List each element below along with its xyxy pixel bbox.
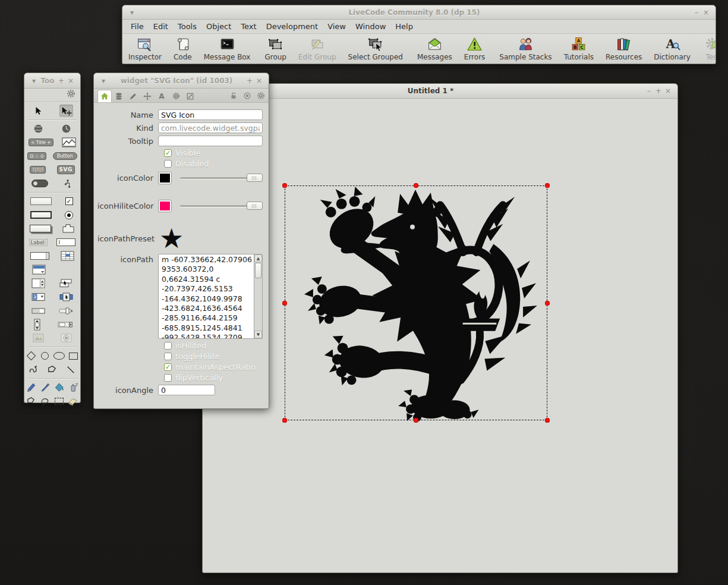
- stack-window-titlebar[interactable]: ▾ Untitled 1 * – + ×: [203, 84, 677, 99]
- graph-widget[interactable]: [61, 136, 77, 149]
- add-icon[interactable]: +: [245, 74, 254, 87]
- collapse-icon[interactable]: ▾: [29, 74, 39, 87]
- progress-bar-tool[interactable]: [30, 304, 46, 317]
- isHilited-checkbox[interactable]: [164, 342, 172, 350]
- selection-handle-n[interactable]: [414, 183, 418, 188]
- switch-button-widget[interactable]: [30, 177, 49, 190]
- stepper-tool[interactable]: [30, 277, 46, 290]
- close-icon[interactable]: ×: [66, 74, 75, 87]
- contents-tab[interactable]: [112, 90, 126, 102]
- window-menu-icon[interactable]: ▾: [127, 6, 137, 19]
- behavior-tab[interactable]: [169, 90, 183, 102]
- Visible-checkbox[interactable]: ✓: [164, 149, 172, 157]
- image-tool[interactable]: [31, 332, 45, 344]
- tree-view-widget[interactable]: [61, 177, 74, 190]
- icon-hilite-color-swatch[interactable]: [158, 200, 172, 212]
- main-window-titlebar[interactable]: ▾ LiveCode Community 8.0 (dp 15) – ×: [122, 5, 716, 20]
- tutorials-button[interactable]: ABCTutorials: [558, 34, 600, 64]
- line-tool[interactable]: [64, 363, 77, 376]
- checkbox-tool[interactable]: ✓: [62, 195, 75, 207]
- tools-palette-titlebar[interactable]: ▾ Too + ×: [24, 73, 80, 89]
- message-box-button[interactable]: Message Box: [198, 34, 257, 64]
- menu-help[interactable]: Help: [390, 21, 418, 32]
- name-field[interactable]: [158, 109, 263, 120]
- icon-color-swatch[interactable]: [158, 172, 172, 184]
- messages-button[interactable]: Messages: [411, 34, 458, 64]
- polygon-select-tool[interactable]: [25, 395, 38, 407]
- scroll-up-icon[interactable]: ▲: [254, 254, 262, 262]
- default-button-tool[interactable]: [29, 209, 53, 221]
- menu-development[interactable]: Development: [261, 21, 323, 32]
- curve-tool[interactable]: [27, 363, 40, 376]
- selection-handle-ne[interactable]: [545, 183, 550, 188]
- vertical-scrollbar-tool[interactable]: [31, 318, 44, 331]
- slider-handle[interactable]: [247, 174, 263, 182]
- toggleHilite-checkbox[interactable]: [164, 353, 172, 360]
- radio-button-tool[interactable]: [62, 209, 75, 221]
- icon-hilite-color-slider[interactable]: [179, 202, 263, 210]
- lasso-tool[interactable]: [39, 395, 52, 407]
- flipVertically-checkbox[interactable]: [164, 374, 172, 382]
- menu-file[interactable]: File: [126, 21, 149, 32]
- browser-widget[interactable]: [32, 122, 45, 135]
- dictionary-button[interactable]: ADictionary: [648, 34, 697, 64]
- menu-tools[interactable]: Tools: [173, 21, 201, 32]
- selection-handle-e[interactable]: [545, 301, 550, 306]
- polygon-tool[interactable]: [46, 363, 59, 376]
- selection-handle-s[interactable]: [414, 418, 418, 423]
- icon-angle-field[interactable]: [158, 385, 215, 395]
- tooltip-field[interactable]: [158, 136, 263, 146]
- slider-tool[interactable]: [58, 304, 74, 317]
- segmented-control-widget[interactable]: Ξ|Ξ|Ξ: [29, 163, 47, 176]
- selection-handle-nw[interactable]: [282, 183, 287, 188]
- style-tab[interactable]: [126, 90, 140, 102]
- combo-box-tool[interactable]: a: [30, 291, 46, 303]
- close-icon[interactable]: ×: [663, 84, 673, 98]
- gear-icon[interactable]: [257, 92, 265, 100]
- slider-handle[interactable]: [247, 202, 263, 210]
- pulldown-menu-tool[interactable]: [58, 277, 74, 290]
- menu-view[interactable]: View: [323, 21, 351, 32]
- brush-tool[interactable]: [39, 381, 52, 394]
- scrolling-field-tool[interactable]: [29, 250, 51, 262]
- icon-color-slider[interactable]: [179, 174, 263, 183]
- home-tab[interactable]: [97, 90, 112, 102]
- clock-widget[interactable]: [60, 122, 73, 135]
- maintainAspectRatio-checkbox[interactable]: ✓: [164, 363, 172, 371]
- menu-object[interactable]: Object: [201, 21, 236, 32]
- inspector-titlebar[interactable]: ▾ widget "SVG Icon" (id 1003) + ×: [94, 73, 269, 89]
- rounded-rect-tool[interactable]: [52, 350, 66, 362]
- selection-handle-w[interactable]: [282, 301, 287, 306]
- menu-window[interactable]: Window: [351, 21, 390, 32]
- close-icon[interactable]: ×: [254, 74, 264, 87]
- svg-icon-widget[interactable]: SVG: [56, 163, 76, 176]
- run-pointer[interactable]: [31, 105, 45, 117]
- option-menu-tool[interactable]: [31, 263, 47, 276]
- size-tab[interactable]: [183, 90, 197, 102]
- sample-stacks-button[interactable]: Sample Stacks: [493, 34, 557, 64]
- lock-icon[interactable]: [229, 92, 238, 100]
- shadow-button-tool[interactable]: [29, 222, 52, 235]
- push-button-tool[interactable]: [29, 195, 53, 207]
- edit-pointer[interactable]: [59, 105, 73, 117]
- button-tool[interactable]: Button: [52, 150, 78, 162]
- menu-text[interactable]: Text: [236, 21, 261, 32]
- star-preset-icon[interactable]: ★: [159, 225, 184, 251]
- minimize-icon[interactable]: –: [644, 84, 654, 98]
- label-tool[interactable]: Label:: [28, 236, 49, 249]
- pencil-tool[interactable]: [25, 381, 38, 394]
- bucket-fill-tool[interactable]: [53, 381, 66, 394]
- code-button[interactable]: Code: [168, 34, 198, 64]
- maximize-icon[interactable]: +: [654, 84, 663, 98]
- navigation-bar-widget[interactable]: Ω ☆ ⊙: [26, 150, 48, 162]
- table-field-tool[interactable]: [59, 250, 75, 262]
- eraser-tool[interactable]: [66, 395, 80, 407]
- rect-select-tool[interactable]: [52, 395, 65, 407]
- close-icon[interactable]: ×: [701, 6, 711, 19]
- scrollbar-thumb[interactable]: [255, 263, 261, 278]
- oval-tool[interactable]: [39, 350, 52, 362]
- svg-icon-widget-lion[interactable]: [285, 186, 547, 420]
- gear-icon[interactable]: [67, 89, 75, 100]
- icon-path-textarea[interactable]: m -607.33662,42.07906 9353.60372,0 0,662…: [159, 254, 254, 338]
- list-field-tool[interactable]: [61, 263, 74, 276]
